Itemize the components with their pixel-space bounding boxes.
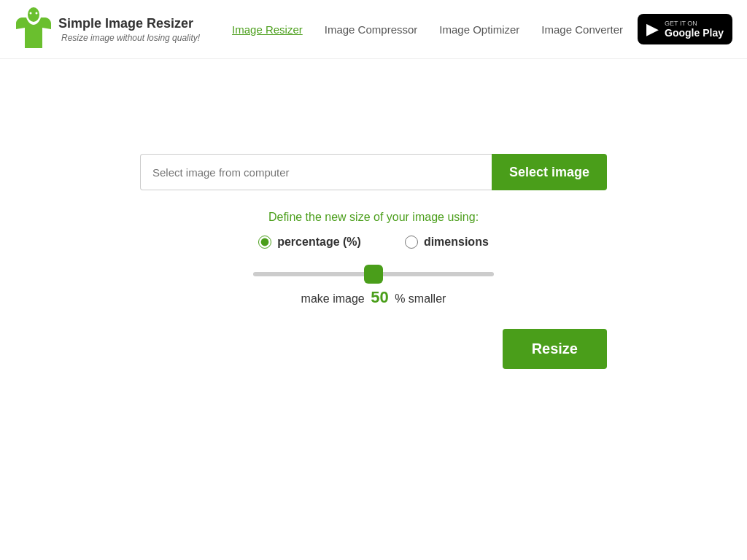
svg-point-1 (30, 12, 32, 15)
main-nav: Image Resizer Image Compressor Image Opt… (232, 23, 623, 36)
nav-image-converter[interactable]: Image Converter (541, 23, 623, 36)
main-content: Select image Define the new size of your… (0, 59, 747, 369)
resize-button[interactable]: Resize (503, 329, 607, 369)
define-size-label: Define the new size of your image using: (268, 211, 479, 224)
resize-button-wrapper: Resize (140, 329, 607, 369)
make-image-text: make image 50 % smaller (301, 288, 446, 307)
make-image-suffix: smaller (409, 292, 446, 305)
radio-percentage-label: percentage (%) (277, 236, 361, 249)
google-play-store-name: Google Play (665, 27, 724, 39)
radio-option-percentage[interactable]: percentage (%) (258, 236, 361, 249)
logo-wrapper: Simple Image Resizer Resize image withou… (15, 7, 200, 51)
file-input-row: Select image (140, 154, 607, 190)
radio-percentage[interactable] (258, 236, 271, 249)
google-play-button[interactable]: ▶ GET IT ON Google Play (638, 14, 732, 44)
resize-percentage-slider[interactable] (253, 272, 494, 276)
nav-image-optimizer[interactable]: Image Optimizer (439, 23, 519, 36)
svg-point-2 (36, 12, 38, 15)
file-path-input[interactable] (140, 154, 492, 190)
nav-image-resizer[interactable]: Image Resizer (232, 23, 303, 36)
google-play-get-it: GET IT ON (665, 20, 724, 27)
svg-point-0 (28, 7, 39, 22)
radio-option-dimensions[interactable]: dimensions (405, 236, 489, 249)
percent-value: 50 (371, 288, 388, 306)
logo-area: Simple Image Resizer Resize image withou… (15, 7, 200, 51)
radio-dimensions[interactable] (405, 236, 418, 249)
app-subtitle: Resize image without losing quality! (61, 33, 200, 43)
radio-dimensions-label: dimensions (424, 236, 489, 249)
google-play-icon: ▶ (646, 20, 659, 39)
select-image-button[interactable]: Select image (492, 154, 607, 190)
slider-wrapper (253, 266, 494, 279)
make-image-prefix: make image (301, 292, 365, 305)
logo-icon (15, 7, 53, 51)
define-size-section: Define the new size of your image using:… (140, 211, 607, 307)
nav-image-compressor[interactable]: Image Compressor (325, 23, 418, 36)
header: Simple Image Resizer Resize image withou… (0, 0, 747, 59)
radio-group: percentage (%) dimensions (258, 236, 489, 249)
percent-symbol: % (395, 292, 405, 305)
app-name: Simple Image Resizer (58, 16, 200, 31)
